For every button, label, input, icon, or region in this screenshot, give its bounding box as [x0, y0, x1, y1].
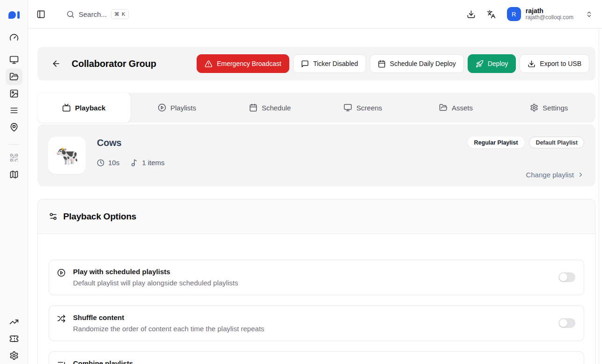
- tab-settings[interactable]: Settings: [502, 93, 595, 123]
- tab-label: Assets: [452, 104, 473, 112]
- tab-label: Settings: [543, 104, 568, 112]
- tab-schedule[interactable]: Schedule: [223, 93, 316, 123]
- map-pin-icon: [9, 123, 19, 132]
- alert-triangle-icon: [205, 60, 213, 68]
- sidebar-toggle-button[interactable]: [37, 10, 45, 19]
- tab-label: Screens: [356, 104, 382, 112]
- option-label: Combine playlists: [73, 359, 133, 364]
- tab-label: Playback: [75, 104, 105, 112]
- sidebar-item-settings[interactable]: [9, 351, 19, 360]
- badge-default-playlist: Default Playlist: [529, 137, 584, 148]
- chevron-right-icon: [577, 171, 584, 178]
- toggle-knob: [559, 319, 567, 327]
- download-icon: [467, 10, 476, 19]
- tab-screens[interactable]: Screens: [316, 93, 410, 123]
- playback-options-header: Playback Options: [38, 199, 595, 234]
- sidebar-item-analytics[interactable]: [9, 317, 19, 327]
- tab-bar: Playback Playlists Schedule Screens Asse…: [37, 93, 595, 123]
- qr-code-icon: [9, 153, 19, 162]
- sliders-icon: [49, 212, 58, 221]
- panel-left-icon: [37, 10, 45, 19]
- sidebar-item-playlists[interactable]: [6, 102, 22, 119]
- option-label: Shuffle content: [73, 313, 264, 321]
- avatar: R: [507, 7, 521, 21]
- sidebar-item-assets[interactable]: [6, 85, 22, 102]
- scrollbar[interactable]: [599, 29, 602, 364]
- app-logo[interactable]: [8, 9, 20, 19]
- toggle-shuffle-content[interactable]: [558, 318, 575, 328]
- option-description: Default playlist will play alongside sch…: [73, 279, 238, 287]
- toggle-play-with-scheduled[interactable]: [558, 272, 575, 282]
- button-label: Export to USB: [540, 60, 581, 67]
- sidebar-item-dashboard[interactable]: [6, 29, 22, 46]
- badge-regular-playlist: Regular Playlist: [468, 137, 525, 148]
- gear-icon: [9, 351, 19, 360]
- playlist-thumbnail: 🐄: [48, 137, 86, 174]
- emergency-broadcast-button[interactable]: Emergency Broadcast: [197, 54, 289, 73]
- search-icon: [66, 10, 74, 18]
- user-email: rajath@colloqi.com: [526, 15, 573, 21]
- tab-assets[interactable]: Assets: [410, 93, 503, 123]
- rocket-icon: [476, 60, 484, 68]
- menu-lines-icon: [9, 106, 19, 115]
- calendar-icon: [249, 103, 257, 112]
- tv-icon: [62, 103, 71, 112]
- folder-open-icon: [9, 72, 19, 81]
- user-name: rajath: [526, 7, 573, 15]
- trending-up-icon: [9, 317, 19, 327]
- sidebar-divider: [8, 144, 20, 145]
- playlist-duration: 10s: [108, 159, 119, 167]
- monitor-icon: [9, 55, 19, 65]
- sidebar-item-tickets[interactable]: [9, 334, 19, 343]
- deploy-button[interactable]: Deploy: [468, 54, 516, 73]
- language-button[interactable]: [487, 10, 496, 19]
- map-icon: [9, 170, 19, 179]
- user-menu[interactable]: R rajath rajath@colloqi.com: [507, 7, 593, 21]
- current-playlist-card: 🐄 Cows 10s 1 items Regular Playlist: [37, 124, 595, 186]
- tab-playback[interactable]: Playback: [37, 93, 131, 123]
- sidebar-item-groups[interactable]: [6, 68, 22, 85]
- section-title: Playback Options: [63, 211, 136, 222]
- option-combine-playlists: Combine playlists: [49, 351, 584, 364]
- download-button[interactable]: [467, 10, 476, 19]
- message-square-icon: [301, 60, 309, 68]
- ticker-disabled-button[interactable]: Ticker Disabled: [293, 54, 366, 73]
- search-shortcut-badge: ⌘ K: [111, 9, 129, 19]
- tab-playlists[interactable]: Playlists: [131, 93, 224, 123]
- playlist-title: Cows: [97, 138, 165, 148]
- playlist-item-count: 1 items: [142, 159, 164, 167]
- export-to-usb-button[interactable]: Export to USB: [520, 54, 589, 73]
- sidebar-item-pairing[interactable]: [6, 149, 22, 166]
- topbar: Search... ⌘ K R rajath rajath@colloqi.co…: [28, 0, 602, 29]
- option-shuffle-content: Shuffle content Randomize the order of c…: [49, 306, 584, 341]
- option-play-with-scheduled: Play with scheduled playlists Default pl…: [49, 260, 584, 295]
- ticket-icon: [9, 334, 19, 343]
- change-playlist-link[interactable]: Change playlist: [526, 171, 584, 179]
- list-end-icon: [57, 360, 66, 364]
- option-description: Randomize the order of content each time…: [73, 325, 264, 333]
- arrow-left-icon: [51, 59, 61, 68]
- main-content: Collaborator Group Emergency Broadcast T…: [28, 29, 602, 364]
- sidebar-item-map[interactable]: [6, 166, 22, 183]
- back-button[interactable]: [51, 59, 61, 68]
- download-icon: [528, 60, 536, 68]
- clock-icon: [97, 159, 104, 167]
- gear-icon: [530, 103, 538, 112]
- monitor-icon: [344, 103, 352, 112]
- sidebar-item-screens[interactable]: [6, 51, 22, 68]
- sidebar: [0, 0, 28, 364]
- play-circle-icon: [158, 103, 166, 112]
- tab-label: Playlists: [170, 104, 196, 112]
- shuffle-icon: [57, 314, 66, 323]
- image-icon: [9, 89, 19, 98]
- folder-open-icon: [439, 103, 448, 112]
- change-playlist-label: Change playlist: [526, 171, 574, 179]
- toggle-knob: [559, 273, 567, 281]
- playback-options-card: Playback Options Play with scheduled pla…: [37, 199, 595, 364]
- tab-label: Schedule: [262, 104, 291, 112]
- sidebar-item-locations[interactable]: [6, 119, 22, 136]
- logo-bubble-shape: [8, 11, 16, 19]
- button-label: Schedule Daily Deploy: [390, 60, 456, 67]
- schedule-daily-deploy-button[interactable]: Schedule Daily Deploy: [370, 54, 464, 73]
- search-input[interactable]: Search... ⌘ K: [66, 9, 129, 19]
